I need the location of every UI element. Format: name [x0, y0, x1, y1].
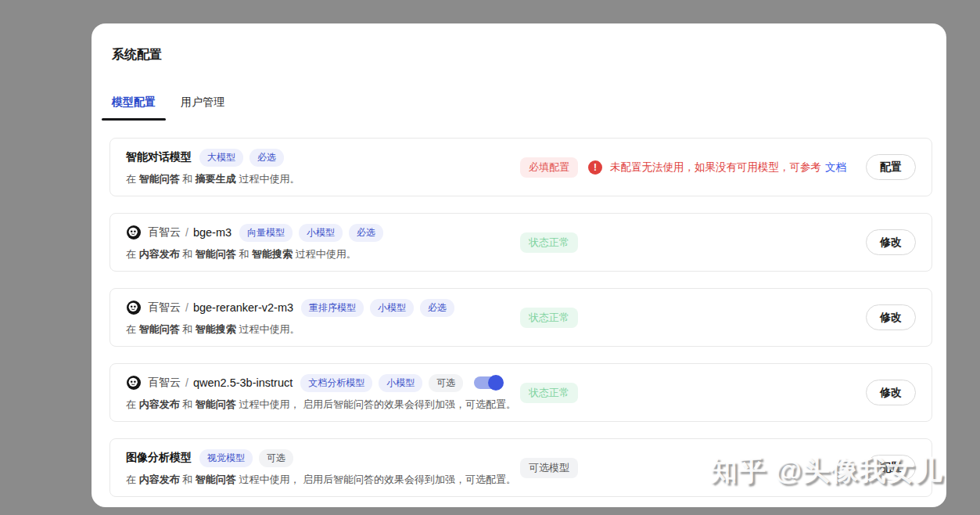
tag-文档分析模型: 文档分析模型: [300, 374, 372, 392]
model-card: 百智云/bge-reranker-v2-m3重排序模型小模型必选在 智能问答 和…: [109, 288, 932, 347]
model-name: qwen2.5-3b-instruct: [193, 376, 293, 389]
card-info: 百智云/bge-reranker-v2-m3重排序模型小模型必选在 智能问答 和…: [126, 298, 520, 337]
model-card: 百智云/bge-m3向量模型小模型必选在 内容发布 和 智能问答 和 智能搜索 …: [109, 213, 932, 272]
tag-小模型: 小模型: [299, 224, 343, 242]
card-title-row: 智能对话模型大模型必选: [126, 148, 520, 167]
modify-button[interactable]: 修改: [866, 229, 916, 255]
card-title-row: 百智云/bge-m3向量模型小模型必选: [126, 223, 520, 242]
model-name: bge-reranker-v2-m3: [193, 301, 293, 314]
tag-大模型: 大模型: [199, 149, 243, 167]
modify-button[interactable]: 修改: [866, 380, 916, 405]
card-title-row: 百智云/bge-reranker-v2-m3重排序模型小模型必选: [126, 298, 520, 317]
status-zone: 状态正常: [520, 232, 866, 253]
status-badge: 状态正常: [520, 232, 578, 253]
card-description: 在 智能问答 和 摘要生成 过程中使用。: [126, 172, 520, 186]
modify-button[interactable]: 修改: [866, 304, 916, 330]
tag-向量模型: 向量模型: [239, 224, 293, 242]
provider-logo-icon: [126, 300, 142, 315]
status-badge: 可选模型: [520, 458, 578, 478]
card-info: 图像分析模型视觉模型可选在 内容发布 和 智能问答 过程中使用， 启用后智能问答…: [126, 448, 520, 487]
model-name: bge-m3: [193, 226, 232, 239]
card-title-row: 图像分析模型视觉模型可选: [126, 448, 520, 467]
status-zone: 状态正常: [520, 383, 866, 403]
model-card: 图像分析模型视觉模型可选在 内容发布 和 智能问答 过程中使用， 启用后智能问答…: [109, 438, 932, 497]
warning-icon: !: [588, 160, 602, 175]
status-zone: 状态正常: [520, 308, 866, 328]
tab-model-config[interactable]: 模型配置: [102, 89, 166, 121]
page-title: 系统配置: [112, 47, 946, 63]
card-description: 在 内容发布 和 智能问答 过程中使用， 启用后智能问答的效果会得到加强，可选配…: [126, 473, 520, 487]
doc-link[interactable]: 文档: [825, 160, 846, 175]
provider-name: 百智云: [148, 376, 181, 390]
status-badge: 状态正常: [520, 383, 578, 403]
model-card: 百智云/qwen2.5-3b-instruct文档分析模型小模型可选在 内容发布…: [109, 363, 932, 422]
card-title-row: 百智云/qwen2.5-3b-instruct文档分析模型小模型可选: [126, 373, 520, 392]
model-card: 智能对话模型大模型必选在 智能问答 和 摘要生成 过程中使用。必填配置!未配置无…: [109, 138, 932, 196]
provider-name: 百智云: [148, 301, 181, 315]
system-config-panel: 系统配置 模型配置 用户管理 智能对话模型大模型必选在 智能问答 和 摘要生成 …: [92, 23, 946, 507]
status-zone: 必填配置!未配置无法使用，如果没有可用模型，可参考文档: [520, 157, 866, 178]
status-zone: 可选模型: [520, 458, 866, 478]
tab-bar: 模型配置 用户管理: [102, 89, 946, 121]
tag-可选: 可选: [259, 449, 293, 467]
card-title: 智能对话模型: [126, 150, 192, 164]
status-badge: 状态正常: [520, 308, 578, 328]
toggle-switch[interactable]: [474, 376, 502, 389]
tag-必选: 必选: [420, 299, 454, 317]
card-description: 在 内容发布 和 智能问答 过程中使用， 启用后智能问答的效果会得到加强，可选配…: [126, 398, 520, 412]
tag-必选: 必选: [249, 149, 284, 167]
tag-可选: 可选: [429, 374, 463, 392]
model-card-list: 智能对话模型大模型必选在 智能问答 和 摘要生成 过程中使用。必填配置!未配置无…: [109, 138, 932, 497]
configure-button[interactable]: 配置: [866, 455, 916, 481]
provider-logo-icon: [126, 375, 142, 391]
card-description: 在 智能问答 和 智能搜索 过程中使用。: [126, 322, 520, 337]
status-badge: 必填配置: [520, 157, 578, 178]
tag-小模型: 小模型: [379, 374, 422, 392]
tag-视觉模型: 视觉模型: [199, 449, 253, 467]
card-info: 百智云/qwen2.5-3b-instruct文档分析模型小模型可选在 内容发布…: [126, 373, 520, 412]
provider-model-separator: /: [185, 301, 188, 314]
tag-必选: 必选: [349, 224, 383, 242]
card-info: 百智云/bge-m3向量模型小模型必选在 内容发布 和 智能问答 和 智能搜索 …: [126, 223, 520, 261]
card-description: 在 内容发布 和 智能问答 和 智能搜索 过程中使用。: [126, 247, 520, 261]
configure-button[interactable]: 配置: [866, 154, 916, 180]
warning-message: 未配置无法使用，如果没有可用模型，可参考: [610, 160, 821, 175]
card-title: 图像分析模型: [126, 451, 192, 465]
tab-user-management[interactable]: 用户管理: [171, 89, 235, 121]
provider-name: 百智云: [148, 225, 181, 239]
tag-重排序模型: 重排序模型: [301, 299, 364, 317]
tag-小模型: 小模型: [370, 299, 414, 317]
provider-model-separator: /: [185, 376, 188, 389]
provider-logo-icon: [126, 225, 142, 240]
provider-model-separator: /: [185, 226, 188, 239]
card-info: 智能对话模型大模型必选在 智能问答 和 摘要生成 过程中使用。: [126, 148, 520, 186]
